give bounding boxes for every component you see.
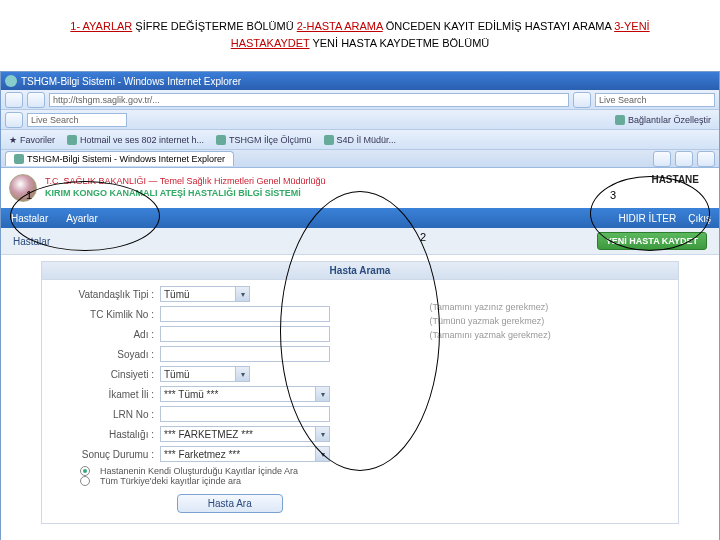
tab-favicon [14,154,24,164]
radio-all-turkey-label: Tüm Türkiye'deki kayıtlar içinde ara [100,476,241,486]
linkbar-item-2[interactable]: TSHGM İlçe Ölçümü [212,135,316,145]
nav-logout[interactable]: Çıkış [688,213,711,224]
chevron-down-icon: ▾ [315,427,329,441]
cap-seg1-label: 1- AYARLAR [70,20,132,32]
cap-seg3-rest: YENİ HASTA KAYDETME BÖLÜMÜ [310,37,490,49]
browser-window: TSHGM-Bilgi Sistemi - Windows Internet E… [0,71,720,540]
patient-search-panel: Hasta Arama Vatandaşlık Tipi : Tümü▾ TC … [41,261,679,524]
browser-linkbar: ★ Favoriler Hotmail ve ses 802 internet … [1,130,719,150]
home-icon[interactable] [653,151,671,167]
favicon-2 [216,135,226,145]
no-results-message: Henüz Arama Yapılmadı. [1,530,719,540]
main-navbar: Hastalar Ayarlar HIDIR İLTER Çıkış [1,208,719,228]
radio-own-records[interactable] [80,466,90,476]
favorites-button[interactable]: ★ Favoriler [5,135,59,145]
app-subtitle: T.C. SAĞLIK BAKANLIĞI — Temel Sağlık Hiz… [45,176,325,188]
browser-toolbar-2: Live Search Bağlantılar Özelleştir [1,110,719,130]
new-patient-button[interactable]: YENİ HASTA KAYDET [597,232,707,250]
app-title-block: T.C. SAĞLIK BAKANLIĞI — Temel Sağlık Hiz… [45,176,325,199]
sub-navbar: Hastalar YENİ HASTA KAYDET [1,228,719,255]
search-button[interactable]: Hasta Ara [177,494,283,513]
hint-1: (Tamamını yazınız gerekmez) [430,302,670,312]
print-icon[interactable] [697,151,715,167]
radio-own-records-label: Hastanenin Kendi Oluşturduğu Kayıtlar İç… [100,466,298,476]
links-customize[interactable]: Bağlantılar Özelleştir [611,115,715,125]
hint-3: (Tamamını yazmak gerekmez) [430,330,670,340]
linkbar-item-3[interactable]: S4D İl Müdür... [320,135,401,145]
home-button[interactable] [5,112,23,128]
sub-hastalar[interactable]: Hastalar [13,236,50,247]
label-lrn: LRN No : [50,409,160,420]
window-title: TSHGM-Bilgi Sistemi - Windows Internet E… [21,76,241,87]
input-adi[interactable] [160,326,330,342]
chevron-down-icon: ▾ [315,447,329,461]
search-box[interactable]: Live Search [595,93,715,107]
instruction-caption: 1- AYARLAR ŞİFRE DEĞİŞTERME BÖLÜMÜ 2-HAS… [0,0,720,59]
select-vatandaslik[interactable]: Tümü▾ [160,286,250,302]
feed-icon[interactable] [675,151,693,167]
nav-hastalar[interactable]: Hastalar [11,213,48,224]
label-ikamet: İkamet İli : [50,389,160,400]
input-lrn[interactable] [160,406,330,422]
label-tckimlik: TC Kimlik No : [50,309,160,320]
live-search-field[interactable]: Live Search [27,113,127,127]
app-title: KIRIM KONGO KANAMALI ATEŞİ HASTALIĞI BİL… [45,188,325,200]
select-sonuc[interactable]: *** Farketmez ***▾ [160,446,330,462]
select-hastaligi[interactable]: *** FARKETMEZ ***▾ [160,426,330,442]
select-cinsiyeti[interactable]: Tümü▾ [160,366,250,382]
chevron-down-icon: ▾ [235,367,249,381]
label-adi: Adı : [50,329,160,340]
back-button[interactable] [5,92,23,108]
radio-all-turkey[interactable] [80,476,90,486]
favicon-3 [324,135,334,145]
label-hastaligi: Hastalığı : [50,429,160,440]
label-cinsiyeti: Cinsiyeti : [50,369,160,380]
cap-seg2-label: 2-HASTA ARAMA [297,20,383,32]
ie-icon [5,75,17,87]
address-bar[interactable]: http://tshgm.saglik.gov.tr/... [49,93,569,107]
hint-2: (Tümünü yazmak gerekmez) [430,316,670,326]
annotation-marker-3: 3 [610,189,616,201]
chevron-down-icon: ▾ [235,287,249,301]
cap-seg1-rest: ŞİFRE DEĞİŞTERME BÖLÜMÜ [132,20,296,32]
link-icon [615,115,625,125]
facility-label: HASTANE [651,174,699,185]
browser-tabs: TSHGM-Bilgi Sistemi - Windows Internet E… [1,150,719,168]
hints-column: (Tamamını yazınız gerekmez) (Tümünü yazm… [410,286,670,513]
browser-nav-toolbar: http://tshgm.saglik.gov.tr/... Live Sear… [1,90,719,110]
tab-active[interactable]: TSHGM-Bilgi Sistemi - Windows Internet E… [5,151,234,166]
label-soyadi: Soyadı : [50,349,160,360]
forward-button[interactable] [27,92,45,108]
ministry-logo [9,174,37,202]
panel-title: Hasta Arama [42,262,678,280]
app-header: T.C. SAĞLIK BAKANLIĞI — Temel Sağlık Hiz… [1,168,719,208]
input-soyadi[interactable] [160,346,330,362]
chevron-down-icon: ▾ [315,387,329,401]
nav-ayarlar[interactable]: Ayarlar [66,213,98,224]
annotation-marker-1: 1 [26,189,32,201]
label-vatandaslik: Vatandaşlık Tipi : [50,289,160,300]
select-ikamet[interactable]: *** Tümü ***▾ [160,386,330,402]
nav-user: HIDIR İLTER [619,213,677,224]
input-tckimlik[interactable] [160,306,330,322]
label-sonuc: Sonuç Durumu : [50,449,160,460]
search-form: Vatandaşlık Tipi : Tümü▾ TC Kimlik No : … [50,286,410,513]
annotation-marker-2: 2 [420,231,426,243]
refresh-button[interactable] [573,92,591,108]
window-titlebar: TSHGM-Bilgi Sistemi - Windows Internet E… [1,72,719,90]
cap-seg2-rest: ÖNCEDEN KAYIT EDİLMİŞ HASTAYI ARAMA [383,20,614,32]
linkbar-item-1[interactable]: Hotmail ve ses 802 internet h... [63,135,208,145]
favicon-1 [67,135,77,145]
